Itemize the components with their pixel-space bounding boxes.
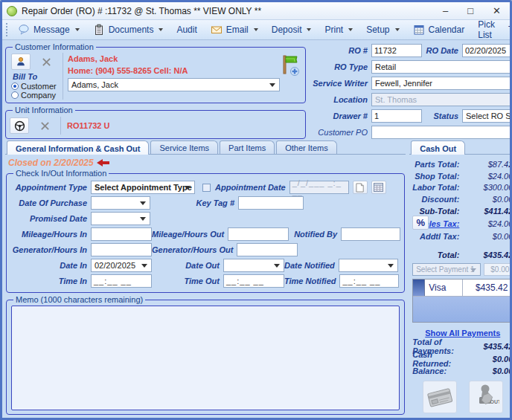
- tab-general-information[interactable]: General Information & Cash Out: [7, 140, 149, 155]
- appointment-calendar-button[interactable]: [371, 181, 386, 194]
- general-information-tab-panel: Closed on 2/20/2025 Check In/Out Informa…: [5, 154, 406, 415]
- toolbar-setup[interactable]: Setup: [359, 22, 406, 37]
- time-notified-input[interactable]: __:__ __: [339, 274, 399, 288]
- close-button[interactable]: ✕: [493, 6, 501, 16]
- payment-amount-input: $0.00: [484, 263, 512, 276]
- sub-total-label: Sub-Total:: [412, 207, 467, 216]
- status-select[interactable]: Select RO Status: [462, 109, 512, 123]
- tab-service-items[interactable]: Service Items: [150, 140, 218, 154]
- promised-date-label: Promised Date: [10, 214, 91, 223]
- appointment-date-checkbox[interactable]: [202, 184, 211, 192]
- repair-order-window: Repair Order (RO) # :11732 @ St. Thomas …: [0, 0, 512, 420]
- ro-date-input[interactable]: 02/20/2025: [462, 44, 512, 57]
- tab-label: Cash Out: [420, 144, 456, 153]
- toolbar-message-label: Message: [33, 25, 70, 35]
- date-notified-label: Date Notified: [284, 261, 339, 270]
- cash-returned-value: $0.00: [468, 355, 512, 364]
- toolbar-email[interactable]: Email: [204, 22, 265, 38]
- date-notified-select[interactable]: [339, 259, 398, 272]
- appointment-type-value: Select Appointment Type: [95, 183, 192, 192]
- calendar-grid-icon: [374, 183, 383, 192]
- bill-to-company-radio[interactable]: Company: [11, 91, 60, 100]
- location-value: St. Thomas: [375, 95, 417, 104]
- key-tag-input[interactable]: [238, 196, 304, 210]
- bill-to-customer-radio[interactable]: Customer: [11, 82, 60, 91]
- mileage-out-input[interactable]: [228, 227, 289, 241]
- customer-select[interactable]: Adams, Jack: [68, 78, 280, 91]
- credit-card-button[interactable]: [423, 381, 457, 413]
- toolbar-print-label: Print: [324, 25, 343, 35]
- cash-out-stamp-button[interactable]: OUT: [469, 381, 503, 413]
- unit-clear-button[interactable]: [35, 117, 54, 134]
- drawer-value: 1: [374, 112, 379, 120]
- appointment-note-button[interactable]: [353, 181, 368, 194]
- drawer-label: Drawer #: [310, 112, 371, 120]
- time-in-input[interactable]: __:__ __: [91, 274, 152, 288]
- payment-row[interactable]: Visa $435.42: [413, 280, 512, 297]
- ro-number-input[interactable]: 11732: [371, 44, 422, 57]
- time-notified-mask: __:__ __: [342, 277, 380, 285]
- addtl-tax-value: $0.00: [467, 232, 512, 241]
- ro-type-select[interactable]: Retail: [371, 60, 512, 74]
- generator-in-input[interactable]: [91, 243, 152, 256]
- generator-in-label: Generator/Hours In: [10, 245, 91, 254]
- customer-po-label: Customer PO: [310, 128, 371, 137]
- tab-part-items[interactable]: Part Items: [220, 140, 275, 154]
- parts-total-label: Parts Total:: [412, 160, 467, 169]
- sub-total-value: $411.42: [467, 207, 512, 216]
- chevron-down-icon: [395, 28, 400, 31]
- appointment-type-select[interactable]: Select Appointment Type: [91, 181, 195, 194]
- radio-icon: [11, 91, 19, 99]
- tab-strip: General Information & Cash Out Service I…: [5, 139, 406, 154]
- toolbar-deposit[interactable]: Deposit: [265, 22, 319, 37]
- flag-button[interactable]: [281, 54, 300, 80]
- date-in-select[interactable]: 02/20/2025: [91, 259, 152, 272]
- mileage-in-input[interactable]: [91, 227, 152, 241]
- payment-amount-value: $0.00: [490, 265, 509, 274]
- toolbar-message[interactable]: Message: [11, 22, 86, 38]
- customer-clear-button[interactable]: [36, 54, 56, 70]
- toolbar-calendar[interactable]: Calendar: [406, 22, 472, 38]
- toolbar: Message Documents Audit Email Deposit Pr…: [2, 20, 510, 40]
- customer-lookup-button[interactable]: [11, 54, 31, 70]
- documents-icon: [93, 24, 105, 36]
- tab-cash-out[interactable]: Cash Out: [411, 140, 465, 155]
- memo-textarea[interactable]: [11, 306, 400, 410]
- close-icon: [42, 57, 51, 67]
- percent-button[interactable]: %: [412, 216, 429, 230]
- time-out-label: Time Out: [152, 277, 223, 285]
- promised-date-select[interactable]: [91, 212, 150, 225]
- date-out-select[interactable]: [223, 259, 284, 272]
- toolbar-tools[interactable]: Tools: [502, 22, 512, 37]
- ro-date-label: RO Date: [422, 46, 462, 55]
- toolbar-audit-label: Audit: [176, 25, 196, 35]
- sales-tax-value: $24.00: [467, 219, 512, 228]
- date-in-value: 02/20/2025: [95, 261, 135, 270]
- toolbar-pick-list[interactable]: Pick List: [471, 17, 502, 42]
- appointment-date-mask: _/_/___ _:_ __: [292, 178, 346, 196]
- time-out-mask: __:__ __: [226, 277, 264, 285]
- minimize-button[interactable]: –: [443, 6, 448, 16]
- green-flag-icon: [281, 54, 300, 77]
- notified-by-input[interactable]: [341, 227, 400, 241]
- time-out-input[interactable]: __:__ __: [223, 274, 284, 288]
- row-selector[interactable]: [413, 280, 425, 296]
- maximize-button[interactable]: □: [467, 6, 473, 16]
- memo-group: Memo (1000 characters remaining): [6, 295, 405, 415]
- toolbar-documents[interactable]: Documents: [86, 22, 170, 38]
- toolbar-print[interactable]: Print: [318, 22, 359, 37]
- tab-other-items[interactable]: Other Items: [276, 140, 336, 154]
- payment-method-cell: Visa: [425, 280, 463, 296]
- shop-total-label: Shop Total:: [412, 172, 467, 181]
- unit-lookup-button[interactable]: [10, 117, 29, 134]
- customer-po-input[interactable]: [371, 126, 512, 139]
- generator-out-input[interactable]: [237, 243, 298, 256]
- memo-legend: Memo (1000 characters remaining): [13, 295, 145, 304]
- date-of-purchase-select[interactable]: [91, 196, 150, 210]
- close-icon: [40, 121, 50, 131]
- drawer-input[interactable]: 1: [371, 109, 422, 123]
- show-all-payments-link[interactable]: Show All Payments: [425, 329, 500, 337]
- time-in-mask: __:__ __: [94, 277, 132, 285]
- toolbar-audit[interactable]: Audit: [170, 22, 203, 37]
- service-writer-select[interactable]: Fewell, Jennifer: [371, 77, 512, 90]
